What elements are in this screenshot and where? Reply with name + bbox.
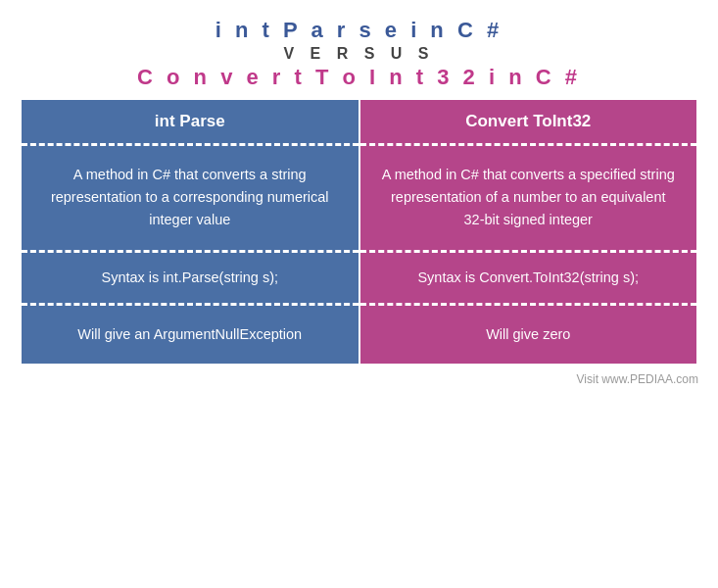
row2-left: Syntax is int.Parse(string s); <box>21 253 359 303</box>
table-row-3: Will give an ArgumentNullException Will … <box>21 306 697 365</box>
col-left-header: int Parse <box>21 99 359 143</box>
title-intparse: i n t P a r s e i n C # <box>20 18 698 43</box>
title-versus: V E R S U S <box>20 45 698 63</box>
title-converttoint32: C o n v e r t T o I n t 3 2 i n C # <box>20 65 698 90</box>
col-right-header: Convert ToInt32 <box>359 99 698 143</box>
row3-left: Will give an ArgumentNullException <box>21 306 359 365</box>
row2-right: Syntax is Convert.ToInt32(string s); <box>359 253 698 303</box>
row3-right: Will give zero <box>359 306 698 365</box>
page-header: i n t P a r s e i n C # V E R S U S C o … <box>20 18 698 90</box>
row1-right: A method in C# that converts a specified… <box>359 146 698 250</box>
table-row-1: A method in C# that converts a string re… <box>21 146 697 250</box>
table-row-2: Syntax is int.Parse(string s); Syntax is… <box>21 253 697 303</box>
table-header-row: int Parse Convert ToInt32 <box>21 99 697 143</box>
row1-left: A method in C# that converts a string re… <box>21 146 359 250</box>
footer-text: Visit www.PEDIAA.com <box>577 372 698 386</box>
comparison-table-wrapper: int Parse Convert ToInt32 A method in C#… <box>20 98 698 366</box>
comparison-table: int Parse Convert ToInt32 A method in C#… <box>20 98 698 366</box>
footer: Visit www.PEDIAA.com <box>20 369 698 387</box>
